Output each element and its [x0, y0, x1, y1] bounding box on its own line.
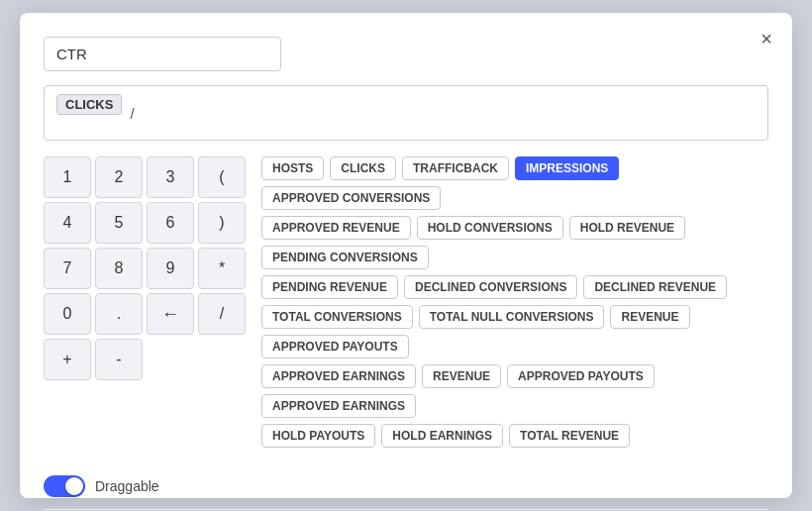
tag-total-conversions[interactable]: TOTAL CONVERSIONS: [261, 305, 413, 329]
tag-approved-conversions[interactable]: APPROVED CONVERSIONS: [261, 186, 441, 210]
toggle-knob: [65, 477, 83, 495]
numpad: 1 2 3 ( 4 5 6 ) 7 8 9 * 0 . ← / + -: [44, 156, 246, 448]
close-button[interactable]: ×: [755, 27, 778, 51]
tag-declined-conversions[interactable]: DECLINED CONVERSIONS: [404, 275, 577, 299]
tags-panel: HOSTS CLICKS TRAFFICBACK IMPRESSIONS APP…: [261, 156, 768, 448]
tag-hosts[interactable]: HOSTS: [261, 156, 324, 180]
tag-clicks[interactable]: CLICKS: [330, 156, 396, 180]
tags-row-6: HOLD PAYOUTS HOLD EARNINGS TOTAL REVENUE: [261, 424, 768, 448]
tags-row-4: TOTAL CONVERSIONS TOTAL NULL CONVERSIONS…: [261, 305, 768, 358]
tag-hold-revenue[interactable]: HOLD REVENUE: [569, 216, 685, 240]
draggable-row: Draggable: [44, 463, 768, 509]
numpad-dot[interactable]: .: [95, 293, 143, 335]
numpad-multiply[interactable]: *: [198, 248, 246, 289]
tag-approved-revenue[interactable]: APPROVED REVENUE: [261, 216, 411, 240]
numpad-7[interactable]: 7: [44, 248, 91, 289]
modal: × CLICKS / 1 2 3 ( 4 5 6 ) 7 8 9 * 0 .: [20, 13, 792, 498]
tag-revenue-1[interactable]: REVENUE: [610, 305, 689, 329]
tag-approved-earnings-2[interactable]: APPROVED EARNINGS: [261, 394, 416, 418]
tags-row-3: PENDING REVENUE DECLINED CONVERSIONS DEC…: [261, 275, 768, 299]
main-area: 1 2 3 ( 4 5 6 ) 7 8 9 * 0 . ← / + -: [44, 156, 768, 448]
numpad-subtract[interactable]: -: [95, 339, 143, 380]
tag-pending-revenue[interactable]: PENDING REVENUE: [261, 275, 398, 299]
numpad-1[interactable]: 1: [44, 156, 91, 198]
tag-approved-payouts-1[interactable]: APPROVED PAYOUTS: [261, 335, 409, 358]
numpad-4[interactable]: 4: [44, 202, 91, 244]
draggable-label: Draggable: [95, 478, 159, 494]
tag-hold-payouts[interactable]: HOLD PAYOUTS: [261, 424, 375, 448]
tag-hold-conversions[interactable]: HOLD CONVERSIONS: [417, 216, 563, 240]
formula-token-clicks: CLICKS: [56, 94, 122, 115]
tag-approved-earnings-1[interactable]: APPROVED EARNINGS: [261, 364, 416, 388]
title-input[interactable]: [44, 37, 281, 71]
tags-row-1: HOSTS CLICKS TRAFFICBACK IMPRESSIONS APP…: [261, 156, 768, 210]
numpad-9[interactable]: 9: [147, 248, 194, 289]
draggable-toggle[interactable]: [44, 475, 85, 497]
tags-row-2: APPROVED REVENUE HOLD CONVERSIONS HOLD R…: [261, 216, 768, 269]
tag-total-null-conversions[interactable]: TOTAL NULL CONVERSIONS: [419, 305, 605, 329]
formula-bar: CLICKS /: [44, 85, 768, 141]
tag-revenue-2[interactable]: REVENUE: [422, 364, 501, 388]
numpad-6[interactable]: 6: [147, 202, 194, 244]
numpad-0[interactable]: 0: [44, 293, 91, 335]
numpad-divide[interactable]: /: [198, 293, 246, 335]
numpad-2[interactable]: 2: [95, 156, 143, 198]
numpad-5[interactable]: 5: [95, 202, 143, 244]
numpad-open-paren[interactable]: (: [198, 156, 246, 198]
numpad-add[interactable]: +: [44, 339, 91, 380]
numpad-backspace[interactable]: ←: [147, 293, 194, 335]
numpad-8[interactable]: 8: [95, 248, 143, 289]
tags-row-5: APPROVED EARNINGS REVENUE APPROVED PAYOU…: [261, 364, 768, 418]
tag-total-revenue[interactable]: TOTAL REVENUE: [509, 424, 630, 448]
modal-overlay: × CLICKS / 1 2 3 ( 4 5 6 ) 7 8 9 * 0 .: [0, 0, 812, 511]
tag-hold-earnings[interactable]: HOLD EARNINGS: [381, 424, 503, 448]
tag-declined-revenue[interactable]: DECLINED REVENUE: [583, 275, 727, 299]
tag-impressions[interactable]: IMPRESSIONS: [515, 156, 619, 180]
tag-trafficback[interactable]: TRAFFICBACK: [402, 156, 509, 180]
formula-divider: /: [126, 103, 138, 124]
tag-pending-conversions[interactable]: PENDING CONVERSIONS: [261, 246, 429, 269]
numpad-close-paren[interactable]: ): [198, 202, 246, 244]
numpad-3[interactable]: 3: [147, 156, 194, 198]
tag-approved-payouts-2[interactable]: APPROVED PAYOUTS: [507, 364, 655, 388]
